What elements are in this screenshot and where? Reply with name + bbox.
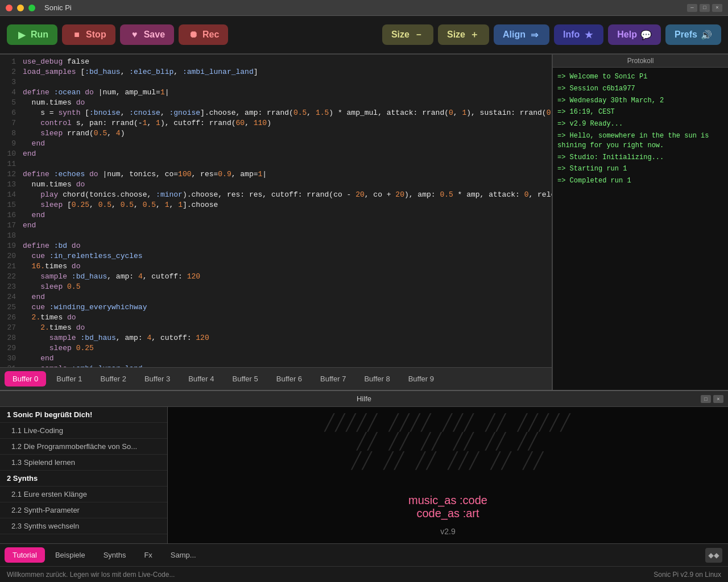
log-content[interactable]: => Welcome to Sonic Pi=> Session c6b1a97… <box>553 68 728 390</box>
buffer-tab-5[interactable]: Buffer 5 <box>224 371 266 386</box>
help-toc-item[interactable]: 2.1 Eure ersten Klänge <box>0 487 167 502</box>
win-close[interactable]: × <box>712 4 722 12</box>
log-entry: => Completed run 1 <box>557 176 723 186</box>
sonic-pi-logo: ╱╱╱╱╱ ╱╱╱╱ ╱╱╱ ╱╱ ╱╱╱╱╱ ╱╱ ╱╱ ╱╱ ╱╱ ╱╱ ╱… <box>325 414 572 472</box>
line-number: 16 <box>0 210 20 221</box>
line-content <box>20 77 552 88</box>
code-line: 30 end <box>0 354 552 364</box>
code-line: 9 end <box>0 139 552 149</box>
app-title: Sonic Pi <box>44 3 72 12</box>
minimize-button[interactable] <box>17 5 24 11</box>
buffer-tab-6[interactable]: Buffer 6 <box>268 371 310 386</box>
line-number: 24 <box>0 292 20 302</box>
code-line: 2load_samples [:bd_haus, :elec_blip, :am… <box>0 67 552 77</box>
code-editor[interactable]: 1use_debug false2load_samples [:bd_haus,… <box>0 55 552 367</box>
line-number: 23 <box>0 282 20 292</box>
buffer-tab-2[interactable]: Buffer 2 <box>93 371 134 386</box>
line-content: define :ocean do |num, amp_mul=1| <box>20 88 552 98</box>
help-button[interactable]: Help 💬 <box>608 24 661 45</box>
line-number: 29 <box>0 343 20 354</box>
help-shrink-icon[interactable]: □ <box>701 395 711 403</box>
info-icon: ★ <box>583 29 594 40</box>
line-content: num.times do <box>20 98 552 108</box>
code-line: 20 cue :in_relentless_cycles <box>0 251 552 261</box>
bottom-tab-fx[interactable]: Fx <box>136 547 160 563</box>
help-toc-item[interactable]: 1.2 Die Programmoberfläche von So... <box>0 439 167 455</box>
code-line: 15 sleep [0.25, 0.5, 0.5, 0.5, 1, 1].cho… <box>0 200 552 210</box>
line-number: 19 <box>0 241 20 251</box>
code-line: 23 sleep 0.5 <box>0 282 552 292</box>
line-number: 26 <box>0 313 20 323</box>
code-line: 6 s = synth [:bnoise, :cnoise, :gnoise].… <box>0 108 552 118</box>
bottom-tabs: TutorialBeispieleSynthsFxSamp...◆◆ <box>0 543 728 566</box>
buffer-tab-9[interactable]: Buffer 9 <box>400 371 442 386</box>
code-line: 27 2.times do <box>0 323 552 333</box>
panel-toggle-button[interactable]: ◆◆ <box>705 548 722 563</box>
info-button[interactable]: Info ★ <box>554 24 603 45</box>
line-content: end <box>20 354 552 364</box>
line-content: cue :winding_everywhichway <box>20 302 552 313</box>
line-number: 10 <box>0 149 20 159</box>
help-close-icon[interactable]: × <box>713 395 723 403</box>
buffer-tab-4[interactable]: Buffer 4 <box>180 371 222 386</box>
bottom-tab-beispiele[interactable]: Beispiele <box>47 547 93 563</box>
line-content: define :bd do <box>20 241 552 251</box>
help-toc-item[interactable]: 2.3 Synths wechseln <box>0 518 167 534</box>
line-number: 1 <box>0 57 20 67</box>
code-line: 8 sleep rrand(0.5, 4) <box>0 128 552 139</box>
help-toc-item[interactable]: 1.1 Live-Coding <box>0 423 167 439</box>
run-button[interactable]: ▶ Run <box>7 24 57 45</box>
code-line: 19define :bd do <box>0 241 552 251</box>
line-content: 2.times do <box>20 323 552 333</box>
help-toc-item[interactable]: 1.3 Spielend lernen <box>0 455 167 471</box>
line-content: end <box>20 210 552 221</box>
bottom-tab-synths[interactable]: Synths <box>96 547 134 563</box>
buffer-tab-7[interactable]: Buffer 7 <box>312 371 354 386</box>
main-area: 1use_debug false2load_samples [:bd_haus,… <box>0 55 728 390</box>
line-content: sleep 0.5 <box>20 282 552 292</box>
help-header: Hilfe □ × <box>0 391 728 407</box>
code-line: 18 <box>0 231 552 241</box>
stop-button[interactable]: ■ Stop <box>62 24 115 45</box>
code-line: 11 <box>0 159 552 169</box>
line-content: sleep rrand(0.5, 4) <box>20 128 552 139</box>
buffer-tab-3[interactable]: Buffer 3 <box>136 371 178 386</box>
buffer-tab-1[interactable]: Buffer 1 <box>48 371 90 386</box>
line-content: define :echoes do |num, tonics, co=100, … <box>20 169 552 180</box>
plus-icon: ＋ <box>469 29 480 40</box>
close-button[interactable] <box>6 5 13 11</box>
bottom-tab-tutorial[interactable]: Tutorial <box>5 547 45 563</box>
maximize-button[interactable] <box>28 5 35 11</box>
line-content: s = synth [:bnoise, :cnoise, :gnoise].ch… <box>20 108 552 118</box>
line-number: 11 <box>0 159 20 169</box>
help-tagline: music_as :code code_as :art <box>408 494 487 520</box>
help-toc-item[interactable]: 2.2 Synth-Parameter <box>0 502 167 518</box>
bottom-tab-samp...[interactable]: Samp... <box>163 547 204 563</box>
line-content: cue :in_relentless_cycles <box>20 251 552 261</box>
size-minus-button[interactable]: Size － <box>382 24 433 45</box>
line-number: 28 <box>0 333 20 343</box>
help-content: 1 Sonic Pi begrüßt Dich!1.1 Live-Coding1… <box>0 407 728 543</box>
save-icon: ♥ <box>129 29 140 40</box>
prefs-button[interactable]: Prefs 🔊 <box>665 24 721 45</box>
help-toc-item[interactable]: 1 Sonic Pi begrüßt Dich! <box>0 407 167 423</box>
rec-button[interactable]: ⏺ Rec <box>179 24 228 45</box>
line-content: play chord(tonics.choose, :minor).choose… <box>20 190 552 200</box>
line-number: 27 <box>0 323 20 333</box>
status-right: Sonic Pi v2.9 on Linux <box>653 571 721 579</box>
win-minimize[interactable]: ─ <box>687 4 697 12</box>
buffer-tab-8[interactable]: Buffer 8 <box>356 371 398 386</box>
align-button[interactable]: Align ⇒ <box>494 24 549 45</box>
help-toc-item[interactable]: 2 Synths <box>0 471 167 487</box>
line-content: num.times do <box>20 180 552 190</box>
log-entry: => Welcome to Sonic Pi <box>557 72 723 82</box>
code-line: 26 2.times do <box>0 313 552 323</box>
code-line: 14 play chord(tonics.choose, :minor).cho… <box>0 190 552 200</box>
win-restore[interactable]: □ <box>700 4 710 12</box>
buffer-tab-0[interactable]: Buffer 0 <box>5 371 46 386</box>
save-button[interactable]: ♥ Save <box>120 24 174 45</box>
size-plus-button[interactable]: Size ＋ <box>438 24 489 45</box>
line-content: control s, pan: rrand(-1, 1), cutoff: rr… <box>20 118 552 128</box>
line-content: use_debug false <box>20 57 552 67</box>
line-content <box>20 159 552 169</box>
